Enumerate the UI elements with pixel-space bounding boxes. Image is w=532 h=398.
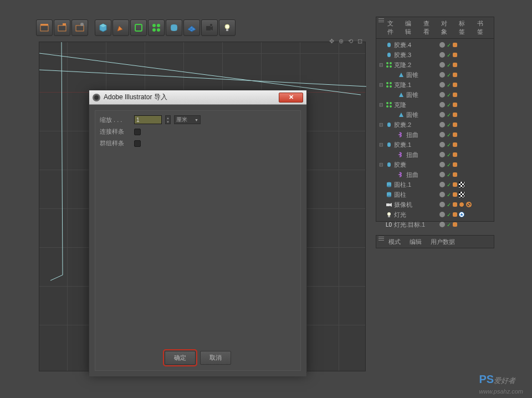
tool-animation-2[interactable] bbox=[54, 19, 70, 36]
object-row[interactable]: ⊟ 胶囊.2 ✓ bbox=[376, 120, 494, 130]
expander-icon[interactable]: ⊟ bbox=[378, 122, 384, 127]
orange-tag-icon[interactable] bbox=[453, 93, 457, 97]
object-row[interactable]: 摄像机 ✓ bbox=[376, 200, 494, 210]
cancel-button[interactable]: 取消 bbox=[200, 351, 231, 365]
orange-tag-icon[interactable] bbox=[453, 152, 457, 157]
orange-tag-icon[interactable] bbox=[453, 123, 457, 127]
layer-dot-icon[interactable] bbox=[439, 202, 445, 207]
visibility-icon[interactable]: ✓ bbox=[447, 122, 451, 128]
layer-dot-icon[interactable] bbox=[439, 72, 445, 78]
tool-pen[interactable] bbox=[112, 19, 129, 36]
tab-mode[interactable]: 模式 bbox=[384, 237, 405, 247]
orange-tag-icon[interactable] bbox=[453, 113, 457, 117]
visibility-icon[interactable]: ✓ bbox=[447, 82, 451, 88]
target-tag-icon[interactable] bbox=[459, 212, 464, 217]
layer-dot-icon[interactable] bbox=[439, 112, 445, 118]
visibility-icon[interactable]: ✓ bbox=[447, 142, 451, 148]
tab-userdata[interactable]: 用户数据 bbox=[426, 237, 459, 247]
dialog-titlebar[interactable]: Adobe Illustrator 导入 ✕ bbox=[89, 90, 306, 105]
object-row[interactable]: 圆柱 ✓ bbox=[376, 190, 494, 200]
object-row[interactable]: 扭曲 ✓ bbox=[376, 130, 494, 140]
layer-dot-icon[interactable] bbox=[439, 182, 445, 187]
tab-view[interactable]: 查看 bbox=[420, 18, 438, 37]
tool-light[interactable] bbox=[219, 19, 236, 36]
layer-dot-icon[interactable] bbox=[439, 82, 445, 88]
layer-dot-icon[interactable] bbox=[439, 162, 445, 167]
ok-button[interactable]: 确定 bbox=[165, 351, 196, 365]
expander-icon[interactable]: ⊟ bbox=[378, 162, 384, 167]
visibility-icon[interactable]: ✓ bbox=[447, 172, 451, 178]
layer-dot-icon[interactable] bbox=[439, 192, 445, 197]
tool-array[interactable] bbox=[148, 19, 165, 36]
visibility-icon[interactable]: ✓ bbox=[447, 62, 451, 68]
tab-file[interactable]: 文件 bbox=[384, 18, 402, 37]
visibility-icon[interactable]: ✓ bbox=[447, 92, 451, 98]
visibility-icon[interactable]: ✓ bbox=[447, 42, 451, 48]
expander-icon[interactable]: ⊟ bbox=[378, 82, 384, 88]
tool-nurbs[interactable] bbox=[130, 19, 147, 36]
layer-dot-icon[interactable] bbox=[439, 152, 445, 157]
tab-tags[interactable]: 标签 bbox=[456, 18, 473, 37]
orange-tag-icon[interactable] bbox=[453, 162, 457, 167]
object-row[interactable]: 扭曲 ✓ bbox=[376, 150, 494, 160]
orange-tag-icon[interactable] bbox=[453, 192, 457, 197]
object-row[interactable]: L0 灯光.目标.1 ✓ bbox=[376, 220, 494, 229]
layer-dot-icon[interactable] bbox=[439, 222, 445, 227]
tab-bookmark[interactable]: 书签 bbox=[474, 18, 492, 37]
close-button[interactable]: ✕ bbox=[279, 93, 303, 103]
connect-checkbox[interactable] bbox=[134, 129, 141, 135]
expander-icon[interactable]: ⊟ bbox=[378, 62, 384, 68]
orange-tag-icon[interactable] bbox=[453, 63, 457, 67]
scale-unit-select[interactable]: 厘米▼ bbox=[174, 115, 201, 124]
visibility-icon[interactable]: ✓ bbox=[447, 112, 451, 118]
object-row[interactable]: ⊟ 克隆.2 ✓ bbox=[376, 60, 494, 70]
tool-camera[interactable] bbox=[201, 19, 218, 36]
layer-dot-icon[interactable] bbox=[439, 92, 445, 98]
layer-dot-icon[interactable] bbox=[439, 102, 445, 108]
prohibit-icon[interactable] bbox=[466, 202, 472, 207]
tab-edit[interactable]: 编辑 bbox=[402, 18, 420, 37]
visibility-icon[interactable]: ✓ bbox=[447, 132, 451, 138]
visibility-icon[interactable]: ✓ bbox=[447, 182, 451, 188]
orange-tag-icon[interactable] bbox=[453, 73, 457, 77]
object-row[interactable]: 胶囊.4 ✓ bbox=[376, 40, 494, 50]
material-tag-icon[interactable] bbox=[459, 192, 464, 197]
object-row[interactable]: 圆锥 ✓ bbox=[376, 110, 494, 120]
orange-tag-icon[interactable] bbox=[453, 142, 457, 147]
object-row[interactable]: 圆锥 ✓ bbox=[376, 70, 494, 80]
menu-icon[interactable] bbox=[378, 18, 384, 37]
orange-tag-icon[interactable] bbox=[453, 172, 457, 177]
orange-tag-icon[interactable] bbox=[453, 182, 457, 187]
orange-tag-icon[interactable] bbox=[453, 83, 457, 87]
visibility-icon[interactable]: ✓ bbox=[447, 162, 451, 168]
orange-tag-icon[interactable] bbox=[453, 132, 457, 137]
orange-tag-icon[interactable] bbox=[453, 202, 457, 207]
layer-dot-icon[interactable] bbox=[439, 122, 445, 127]
object-row[interactable]: 圆柱.1 ✓ bbox=[376, 180, 494, 190]
layer-dot-icon[interactable] bbox=[439, 142, 445, 147]
tab-edit[interactable]: 编辑 bbox=[405, 237, 426, 247]
object-row[interactable]: ⊟ 克隆.1 ✓ bbox=[376, 80, 494, 90]
object-row[interactable]: ⊟ 胶囊 ✓ bbox=[376, 160, 494, 170]
tool-floor[interactable] bbox=[183, 19, 200, 36]
visibility-icon[interactable]: ✓ bbox=[447, 52, 451, 58]
menu-icon[interactable] bbox=[378, 237, 384, 247]
visibility-icon[interactable]: ✓ bbox=[447, 192, 451, 198]
scale-input[interactable] bbox=[134, 115, 162, 124]
visibility-icon[interactable]: ✓ bbox=[447, 212, 451, 218]
object-row[interactable]: 灯光 ✓ bbox=[376, 210, 494, 220]
orange-tag-icon[interactable] bbox=[453, 53, 457, 57]
expander-icon[interactable]: ⊟ bbox=[378, 102, 384, 108]
visibility-icon[interactable]: ✓ bbox=[447, 152, 451, 158]
object-row[interactable]: 扭曲 ✓ bbox=[376, 170, 494, 180]
orange-tag-icon[interactable] bbox=[453, 43, 457, 47]
orange-tag-icon[interactable] bbox=[459, 202, 464, 207]
scale-spinner[interactable]: ▲▼ bbox=[165, 115, 171, 124]
object-row[interactable]: ⊟ 克隆 ✓ bbox=[376, 100, 494, 110]
layer-dot-icon[interactable] bbox=[439, 42, 445, 48]
orange-tag-icon[interactable] bbox=[453, 103, 457, 107]
group-checkbox[interactable] bbox=[134, 140, 141, 147]
tool-deformer[interactable] bbox=[166, 19, 182, 36]
visibility-icon[interactable]: ✓ bbox=[447, 222, 451, 228]
object-row[interactable]: ⊟ 胶囊.1 ✓ bbox=[376, 140, 494, 150]
